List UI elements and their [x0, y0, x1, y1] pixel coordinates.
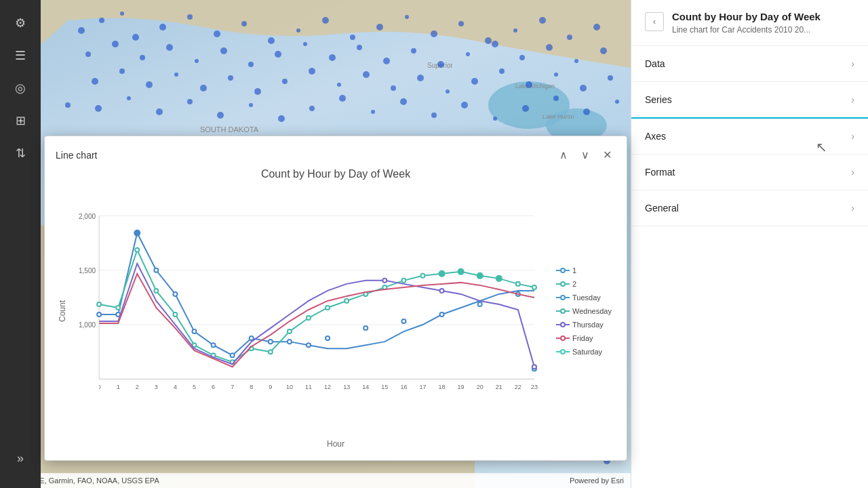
- svg-point-44: [492, 41, 498, 47]
- svg-text:9: 9: [269, 384, 272, 390]
- svg-point-213: [250, 336, 254, 340]
- svg-point-72: [156, 108, 163, 115]
- svg-point-24: [485, 37, 492, 44]
- svg-point-25: [513, 28, 517, 33]
- svg-point-211: [212, 343, 216, 347]
- y-axis-label: Count: [56, 186, 69, 436]
- svg-point-53: [200, 85, 207, 92]
- collapse-chart-btn[interactable]: ∧: [555, 147, 572, 163]
- menu-item-axes[interactable]: Axes ›: [631, 119, 868, 155]
- svg-text:10: 10: [286, 384, 293, 390]
- svg-text:1: 1: [117, 384, 120, 390]
- svg-point-39: [357, 45, 362, 50]
- svg-point-63: [471, 78, 478, 85]
- svg-text:4: 4: [174, 384, 177, 390]
- svg-point-46: [546, 44, 553, 51]
- chart-area: Count 2,000 1,500 1,000 0: [56, 186, 616, 436]
- list-icon[interactable]: ☰: [7, 42, 34, 69]
- svg-point-50: [119, 68, 125, 74]
- svg-point-78: [339, 95, 346, 102]
- svg-text:11: 11: [305, 384, 312, 390]
- panel-header-text: Count by Hour by Day of Week Line chart …: [672, 11, 821, 35]
- svg-text:13: 13: [343, 384, 350, 390]
- svg-text:7: 7: [231, 384, 234, 390]
- svg-text:18: 18: [439, 384, 446, 390]
- svg-point-249: [440, 289, 444, 293]
- svg-point-47: [574, 59, 578, 63]
- svg-point-17: [296, 28, 300, 33]
- svg-point-87: [615, 100, 619, 104]
- collapse-panel-btn[interactable]: ‹: [645, 12, 664, 31]
- svg-point-86: [583, 108, 590, 115]
- legend-item-saturday: Saturday: [556, 348, 616, 356]
- svg-point-41: [411, 48, 416, 54]
- svg-point-212: [231, 353, 235, 357]
- svg-point-246: [516, 282, 520, 286]
- svg-point-10: [132, 34, 139, 41]
- svg-point-209: [173, 292, 177, 296]
- svg-point-34: [220, 47, 227, 54]
- chart-controls: ∧ ∨ ✕: [555, 147, 616, 163]
- menu-item-series[interactable]: Series ›: [631, 82, 868, 119]
- legend-item-2: 2: [556, 280, 616, 288]
- svg-point-235: [307, 316, 311, 320]
- svg-point-221: [478, 302, 482, 306]
- svg-point-205: [97, 312, 101, 317]
- svg-text:12: 12: [324, 384, 331, 390]
- x-axis-label: Hour: [56, 439, 616, 449]
- svg-point-26: [539, 17, 546, 24]
- svg-point-20: [376, 24, 383, 30]
- menu-label-series: Series: [645, 94, 672, 105]
- svg-text:15: 15: [381, 384, 388, 390]
- line-chart-svg: 2,000 1,500 1,000 0 1 2 3 4 5 6 7 8 9 10…: [72, 186, 548, 436]
- menu-label-general: General: [645, 203, 679, 214]
- svg-point-35: [248, 62, 254, 67]
- svg-text:5: 5: [193, 384, 196, 390]
- svg-point-85: [553, 96, 559, 101]
- svg-point-82: [461, 102, 468, 108]
- svg-text:2: 2: [136, 384, 139, 390]
- filter-icon[interactable]: ⇅: [7, 140, 34, 167]
- menu-item-data[interactable]: Data ›: [631, 46, 868, 82]
- menu-item-format[interactable]: Format ›: [631, 155, 868, 190]
- svg-point-250: [382, 279, 387, 283]
- menu-item-general[interactable]: General ›: [631, 190, 868, 226]
- expand-sidebar-icon[interactable]: »: [7, 445, 34, 472]
- chevron-right-format: ›: [851, 167, 854, 178]
- svg-text:8: 8: [250, 384, 253, 390]
- svg-point-81: [431, 113, 437, 118]
- svg-point-80: [400, 98, 407, 105]
- svg-point-71: [127, 96, 131, 100]
- legend-item-friday: Friday: [556, 334, 616, 342]
- search-icon[interactable]: ◎: [7, 75, 34, 102]
- svg-point-48: [600, 47, 607, 54]
- menu-label-format: Format: [645, 167, 675, 178]
- svg-text:21: 21: [496, 384, 502, 390]
- svg-point-58: [337, 83, 341, 87]
- svg-point-15: [241, 21, 247, 26]
- svg-point-69: [65, 102, 71, 108]
- close-chart-btn[interactable]: ✕: [599, 147, 616, 163]
- svg-point-36: [275, 51, 281, 58]
- svg-point-219: [401, 319, 406, 323]
- svg-point-215: [288, 340, 292, 344]
- svg-point-83: [493, 117, 497, 121]
- svg-point-70: [95, 105, 102, 112]
- svg-point-28: [593, 24, 600, 30]
- chart-main: 2,000 1,500 1,000 0 1 2 3 4 5 6 7 8 9 10…: [72, 186, 548, 436]
- svg-point-57: [309, 68, 315, 75]
- svg-text:1,000: 1,000: [79, 321, 96, 329]
- svg-point-217: [326, 336, 330, 340]
- svg-text:17: 17: [419, 384, 426, 390]
- table-icon[interactable]: ⊞: [7, 107, 34, 134]
- svg-point-52: [174, 73, 178, 77]
- expand-chart-btn[interactable]: ∨: [577, 147, 593, 163]
- legend-item-tuesday: Tuesday: [556, 293, 616, 302]
- svg-point-51: [146, 81, 153, 88]
- svg-point-248: [532, 365, 536, 369]
- svg-text:16: 16: [400, 384, 407, 390]
- svg-point-42: [437, 61, 444, 68]
- svg-point-216: [307, 343, 311, 347]
- svg-point-16: [268, 37, 275, 44]
- settings-icon[interactable]: ⚙: [7, 9, 34, 37]
